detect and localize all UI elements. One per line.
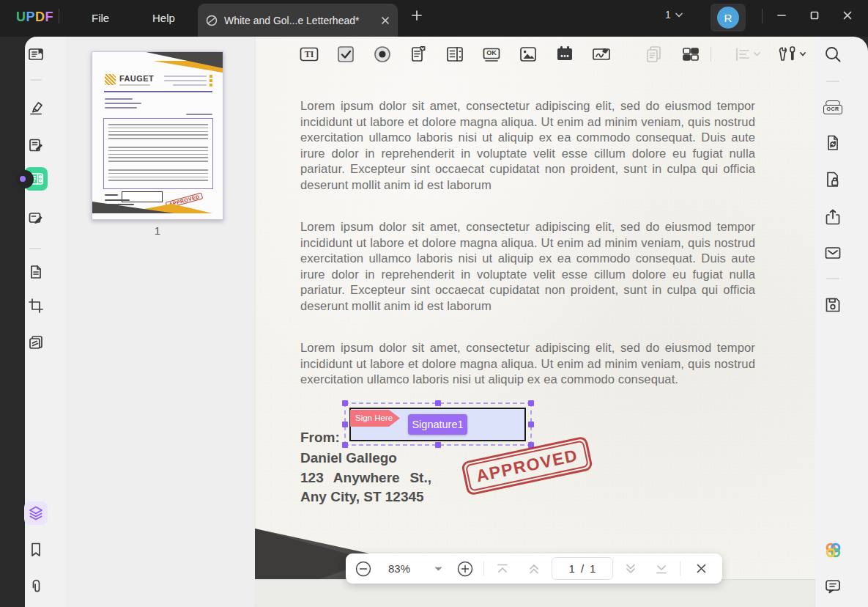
page-thumbnail[interactable]: FAUGET — [92, 51, 223, 220]
sidebar-item-bookmark[interactable] — [24, 538, 48, 562]
sidebar-item-organize-pages[interactable] — [24, 260, 48, 284]
chevron-down-icon — [675, 12, 683, 18]
last-page-button[interactable] — [653, 553, 669, 584]
tab-count-dropdown[interactable]: 1 — [665, 9, 683, 21]
sidebar-item-layers[interactable] — [24, 501, 48, 525]
sidebar-item-reader[interactable] — [24, 43, 48, 66]
maximize-button[interactable] — [802, 3, 827, 28]
thumb-line — [105, 107, 137, 108]
sidebar-item-protect[interactable] — [823, 169, 843, 190]
zoombar-divider — [680, 562, 680, 575]
sidebar-item-ai-assistant[interactable] — [823, 540, 843, 560]
toolbar-text-field-button[interactable]: TI — [299, 44, 319, 65]
image-field-icon — [518, 44, 538, 65]
first-page-button[interactable] — [494, 553, 511, 584]
selection-handle[interactable] — [435, 400, 441, 406]
sidebar-item-convert[interactable] — [823, 133, 843, 153]
toolbar-signature-field-button[interactable] — [591, 44, 612, 65]
tab-close-icon[interactable] — [380, 15, 390, 26]
previous-page-button[interactable] — [526, 553, 542, 584]
ocr-label: OCR — [823, 105, 842, 114]
page-current: 1 — [569, 562, 575, 575]
close-zoombar-button[interactable] — [690, 553, 712, 584]
menu-file[interactable]: File — [84, 0, 116, 37]
toolbar-field-tools-button[interactable] — [778, 44, 798, 65]
reader-icon — [27, 45, 45, 63]
toolbar-alignment-button[interactable] — [732, 44, 753, 65]
tab-title: White and Gol...e Letterhead* — [224, 15, 374, 26]
page-number-input[interactable]: 1 / 1 — [552, 557, 613, 580]
sidebar-item-email[interactable] — [823, 243, 843, 263]
thumbnail-page-number: 1 — [92, 224, 223, 237]
chevron-down-icon — [754, 52, 760, 56]
thumb-line — [186, 114, 212, 115]
alignment-caret[interactable] — [752, 44, 762, 65]
close-button[interactable] — [835, 3, 860, 28]
toolbar-date-field-button[interactable] — [554, 44, 575, 65]
thumb-bullet — [209, 79, 212, 82]
sidebar-item-search[interactable] — [823, 44, 843, 65]
selection-handle[interactable] — [342, 422, 348, 427]
zoom-out-button[interactable] — [355, 553, 372, 584]
ai-assistant-icon — [823, 540, 843, 560]
toolbar-layout-grid-button[interactable] — [680, 44, 701, 65]
sidebar-item-chat[interactable] — [823, 576, 843, 597]
chevron-down-icon — [800, 52, 806, 56]
sidebar-item-ocr[interactable]: OCR — [823, 95, 843, 119]
selection-handle[interactable] — [342, 400, 348, 406]
radio-button-icon — [372, 44, 393, 65]
selection-handle[interactable] — [528, 422, 534, 427]
toolbar-duplicate-button[interactable] — [644, 44, 664, 65]
maximize-icon — [809, 10, 820, 21]
sidebar-item-annotate[interactable] — [24, 96, 48, 119]
sidebar-item-attachment[interactable] — [24, 575, 48, 598]
close-icon — [696, 563, 707, 574]
toolbar-push-button[interactable]: OK — [481, 44, 502, 65]
share-icon — [823, 207, 842, 227]
thumb-paragraph — [108, 147, 208, 164]
sidebar-item-save[interactable] — [823, 295, 843, 315]
titlebar-divider — [762, 9, 763, 23]
duplicate-icon — [644, 44, 664, 65]
signature-field-label[interactable]: Signature1 — [408, 414, 467, 435]
sidebar-item-fill-sign[interactable] — [24, 206, 48, 229]
minimize-button[interactable] — [769, 3, 794, 28]
field-tools-caret[interactable] — [798, 44, 807, 65]
tools-icon — [778, 44, 798, 65]
selection-handle[interactable] — [435, 442, 441, 448]
thumb-brand-name: FAUGET — [119, 74, 154, 83]
toolbar-checkbox-button[interactable] — [335, 44, 356, 65]
new-tab-button[interactable] — [404, 3, 429, 28]
plus-circle-icon — [457, 561, 473, 577]
toolbar-dropdown-button[interactable] — [408, 44, 429, 65]
sidebar-item-convert-pages[interactable] — [24, 331, 48, 354]
paragraph-2: Lorem ipsum dolor sit amet, consectetur … — [300, 219, 755, 314]
from-address-1: 123 Anywhere St., — [300, 470, 431, 486]
zoom-in-button[interactable] — [456, 553, 474, 584]
signature-field-icon — [591, 44, 612, 65]
selection-handle[interactable] — [528, 400, 534, 406]
paragraph-1: Lorem ipsum dolor sit amet, consectetur … — [300, 98, 755, 194]
document-tab[interactable]: White and Gol...e Letterhead* — [198, 4, 398, 37]
paragraph-3: Lorem ipsum dolor sit amet, consectetur … — [300, 340, 755, 388]
selection-handle[interactable] — [342, 442, 348, 448]
thumb-paragraph — [108, 169, 208, 183]
account-button[interactable]: R — [711, 4, 746, 32]
toolbar-image-field-button[interactable] — [518, 44, 538, 65]
thumb-paragraph — [108, 124, 208, 141]
toolbar-list-box-button[interactable] — [445, 44, 465, 65]
checkbox-icon — [335, 44, 356, 65]
zoom-level[interactable]: 83% — [379, 553, 419, 584]
double-chevron-up-icon — [527, 562, 541, 575]
menu-help[interactable]: Help — [145, 0, 182, 37]
double-chevron-down-icon — [624, 562, 637, 575]
sidebar-item-edit[interactable] — [24, 133, 48, 157]
toolbar-radio-button[interactable] — [372, 44, 393, 65]
zoom-dropdown-caret[interactable] — [432, 553, 444, 584]
sidebar-item-share[interactable] — [823, 207, 843, 227]
next-page-button[interactable] — [623, 553, 639, 584]
right-sidebar — [815, 37, 868, 607]
organize-pages-icon — [27, 263, 45, 281]
sidebar-divider — [826, 81, 839, 82]
sidebar-item-crop[interactable] — [24, 294, 48, 317]
